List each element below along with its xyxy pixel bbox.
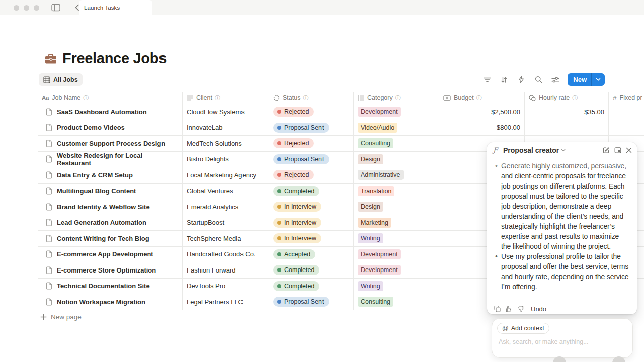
column-header-budget[interactable]: Budgetⓘ — [439, 92, 525, 104]
category-tag[interactable]: Consulting — [358, 297, 393, 307]
category-cell[interactable]: Consulting — [354, 294, 439, 310]
category-cell[interactable]: Administrative — [354, 167, 439, 184]
job-name[interactable]: Lead Generation Automation — [57, 219, 146, 226]
compose-icon[interactable] — [603, 147, 610, 154]
job-name[interactable]: Data Entry & CRM Setup — [57, 171, 133, 179]
job-name[interactable]: Customer Support Process Design — [57, 140, 165, 147]
fixed-price-cell[interactable] — [609, 120, 644, 136]
ai-input-card[interactable]: @ Add context Ask, search, or make anyth… — [492, 318, 633, 358]
client-cell[interactable]: Emerald Analytics — [183, 199, 269, 215]
column-header-status[interactable]: Statusⓘ — [269, 92, 354, 104]
category-tag[interactable]: Development — [358, 249, 401, 259]
job-name[interactable]: E-commerce App Development — [57, 250, 153, 258]
search-icon[interactable] — [532, 74, 544, 86]
category-tag[interactable]: Consulting — [358, 138, 393, 148]
status-badge[interactable]: Completed — [273, 281, 319, 291]
add-context-button[interactable]: @ Add context — [497, 323, 549, 334]
category-tag[interactable]: Marketing — [358, 218, 391, 228]
category-cell[interactable]: Development — [354, 247, 439, 263]
column-header-job-name[interactable]: AaJob Nameⓘ — [38, 92, 183, 104]
job-name[interactable]: SaaS Dashboard Automation — [57, 108, 147, 116]
category-cell[interactable]: Translation — [354, 184, 439, 200]
zap-icon[interactable] — [515, 74, 527, 86]
category-tag[interactable]: Design — [358, 202, 383, 212]
status-cell[interactable]: In Interview — [269, 215, 354, 231]
category-cell[interactable]: Design — [354, 199, 439, 215]
category-cell[interactable]: Development — [354, 104, 439, 120]
close-icon[interactable] — [626, 147, 632, 153]
category-cell[interactable]: Development — [354, 262, 439, 279]
category-tag[interactable]: Design — [358, 154, 383, 164]
job-name[interactable]: E-commerce Store Optimization — [57, 266, 156, 274]
tab-launch-tasks[interactable]: Launch Tasks — [79, 0, 152, 15]
status-cell[interactable]: Completed — [269, 184, 354, 200]
thumbs-down-icon[interactable] — [517, 306, 524, 312]
category-tag[interactable]: Development — [358, 107, 401, 117]
status-badge[interactable]: In Interview — [273, 202, 321, 212]
category-cell[interactable]: Marketing — [354, 215, 439, 231]
side-peek-icon[interactable] — [614, 147, 621, 154]
copy-icon[interactable] — [494, 306, 501, 312]
job-name[interactable]: Technical Documentation Site — [57, 282, 150, 290]
budget-cell[interactable]: $800.00 — [439, 120, 525, 136]
client-cell[interactable]: Fashion Forward — [183, 262, 269, 279]
filter-icon[interactable] — [481, 74, 493, 86]
sidebar-toggle-icon[interactable] — [51, 4, 60, 12]
job-name-cell[interactable]: SaaS Dashboard Automation — [38, 104, 183, 120]
status-badge[interactable]: Completed — [273, 186, 319, 196]
status-badge[interactable]: In Interview — [273, 218, 321, 228]
job-name-cell[interactable]: Lead Generation Automation — [38, 215, 183, 231]
client-cell[interactable]: CloudFlow Systems — [183, 104, 269, 120]
category-tag[interactable]: Writing — [358, 281, 383, 291]
column-header-category[interactable]: Categoryⓘ — [354, 92, 439, 104]
column-header-fixed-pr[interactable]: #Fixed prⓘ — [609, 92, 644, 104]
view-tab-all-jobs[interactable]: All Jobs — [39, 73, 83, 86]
info-icon[interactable]: ⓘ — [476, 94, 482, 102]
status-badge[interactable]: Rejected — [273, 107, 314, 117]
hourly-rate-cell[interactable]: $35.00 — [525, 104, 609, 120]
ai-input-placeholder[interactable]: Ask, search, or make anything... — [499, 338, 627, 345]
job-name-cell[interactable]: Notion Workspace Migration — [38, 294, 183, 310]
status-badge[interactable]: Completed — [273, 265, 319, 275]
job-name-cell[interactable]: Multilingual Blog Content — [38, 184, 183, 200]
status-badge[interactable]: In Interview — [273, 233, 321, 243]
column-header-hourly-rate[interactable]: Hourly rateⓘ — [525, 92, 609, 104]
status-cell[interactable]: In Interview — [269, 231, 354, 247]
thumbs-up-icon[interactable] — [506, 306, 512, 312]
status-cell[interactable]: Rejected — [269, 167, 354, 184]
chevron-down-icon[interactable] — [561, 149, 566, 152]
job-name-cell[interactable]: Content Writing for Tech Blog — [38, 231, 183, 247]
status-badge[interactable]: Rejected — [273, 170, 314, 180]
job-name-cell[interactable]: Website Redesign for Local Restaurant — [38, 152, 183, 168]
info-icon[interactable]: ⓘ — [83, 94, 89, 102]
budget-cell[interactable]: $2,500.00 — [439, 104, 525, 120]
client-cell[interactable]: InnovateLab — [183, 120, 269, 136]
table-row[interactable]: SaaS Dashboard AutomationCloudFlow Syste… — [38, 104, 644, 120]
column-header-client[interactable]: Clientⓘ — [183, 92, 269, 104]
category-cell[interactable]: Writing — [354, 231, 439, 247]
status-cell[interactable]: Accepted — [269, 247, 354, 263]
client-cell[interactable]: MedTech Solutions — [183, 136, 269, 152]
ai-panel-title[interactable]: Proposal creator — [503, 146, 559, 154]
job-name[interactable]: Website Redesign for Local Restaurant — [57, 152, 178, 167]
window-close-button[interactable] — [14, 5, 19, 11]
job-name[interactable]: Notion Workspace Migration — [57, 298, 145, 306]
status-badge[interactable]: Proposal Sent — [273, 154, 329, 164]
table-row[interactable]: Product Demo VideosInnovateLabProposal S… — [38, 120, 644, 136]
sliders-icon[interactable] — [549, 74, 561, 86]
client-cell[interactable]: Global Ventures — [183, 184, 269, 200]
category-cell[interactable]: Writing — [354, 279, 439, 295]
job-name-cell[interactable]: Product Demo Videos — [38, 120, 183, 136]
client-cell[interactable]: StartupBoost — [183, 215, 269, 231]
status-cell[interactable]: Rejected — [269, 136, 354, 152]
client-cell[interactable]: TechSphere Media — [183, 231, 269, 247]
info-icon[interactable]: ⓘ — [395, 94, 401, 102]
status-badge[interactable]: Rejected — [273, 138, 314, 148]
sort-icon[interactable] — [498, 74, 510, 86]
job-name[interactable]: Content Writing for Tech Blog — [57, 235, 149, 242]
undo-button[interactable]: Undo — [531, 305, 546, 313]
job-name-cell[interactable]: Customer Support Process Design — [38, 136, 183, 152]
job-name[interactable]: Product Demo Videos — [57, 124, 125, 131]
job-name[interactable]: Multilingual Blog Content — [57, 187, 136, 195]
window-minimize-button[interactable] — [24, 5, 29, 11]
